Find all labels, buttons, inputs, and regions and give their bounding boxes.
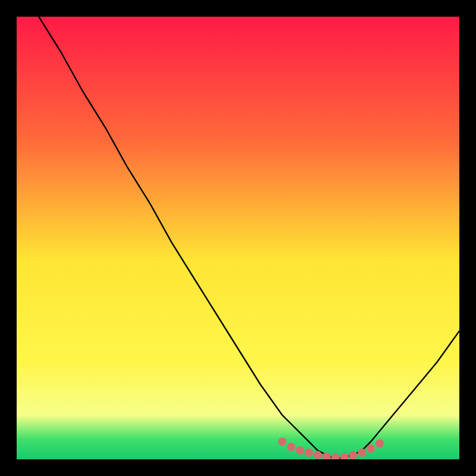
bottleneck-chart bbox=[17, 17, 459, 459]
optimum-dot bbox=[349, 451, 357, 459]
optimum-dot bbox=[314, 451, 322, 459]
optimum-dot bbox=[287, 443, 295, 451]
optimum-dot bbox=[278, 437, 286, 446]
optimum-dot bbox=[375, 439, 384, 447]
optimum-dot bbox=[296, 446, 304, 455]
gradient-background bbox=[17, 17, 459, 459]
optimum-dot bbox=[305, 449, 313, 457]
optimum-dot bbox=[367, 444, 375, 453]
optimum-dot bbox=[358, 449, 366, 457]
chart-frame: TheBottleneck.com bbox=[17, 17, 459, 459]
